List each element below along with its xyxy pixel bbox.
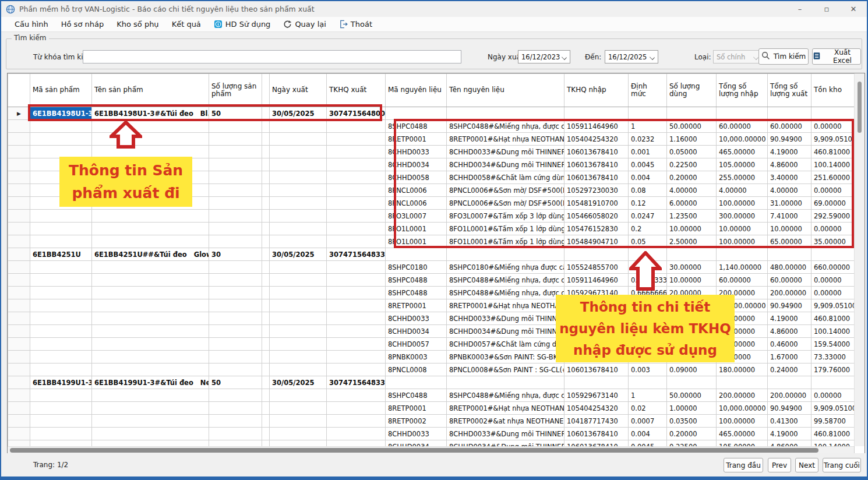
cell-row-indicator[interactable] (8, 415, 30, 428)
cell-ton-kho[interactable]: 0.00000 (811, 274, 855, 287)
cell-tong-so-luong-xuat[interactable]: 200.00000 (768, 287, 811, 299)
column-header-so-luong-dung[interactable]: Số lượng dùng (667, 74, 717, 107)
cell-tkhq-xuat[interactable] (327, 184, 386, 197)
cell-spacer[interactable] (262, 261, 270, 274)
cell-ma-nguyen-lieu[interactable]: 8RETP0001 (386, 402, 447, 415)
first-page-button[interactable]: Trang đầu (724, 458, 763, 472)
cell-ten-nguyen-lieu[interactable]: 8SHPC0488#&Miếng nhựa, được cắt t (447, 287, 564, 299)
cell-row-indicator[interactable] (8, 158, 30, 171)
menu-item-1[interactable]: Cấu hình (8, 18, 55, 30)
cell-ngay-xuat[interactable] (270, 184, 327, 197)
cell-tkhq-nhap[interactable] (564, 299, 629, 312)
close-button[interactable]: ✕ (840, 1, 867, 17)
cell-ma-nguyen-lieu[interactable] (386, 248, 447, 261)
cell-ten-san-pham[interactable]: 6E1BB4251U##&Túi đeo Glow ... (92, 248, 209, 261)
column-header-ton-kho[interactable]: Tồn kho (811, 74, 855, 107)
cell-ten-san-pham[interactable] (92, 312, 209, 325)
cell-so-luong-dung[interactable]: 50.00000 (667, 389, 717, 402)
cell-tong-so-luong-xuat[interactable]: 4.19000 (768, 428, 811, 440)
cell-ngay-xuat[interactable] (270, 133, 327, 146)
menu-item-3[interactable]: Kho sổ phụ (110, 18, 165, 30)
cell-ma-nguyen-lieu[interactable]: 8SHPC0488 (386, 120, 447, 133)
horizontal-scrollbar-thumb[interactable] (10, 448, 818, 453)
cell-tong-so-luong-nhap[interactable]: 60.00000 (717, 274, 768, 287)
cell-tkhq-xuat[interactable] (327, 210, 386, 223)
cell-ton-kho[interactable]: 0.00000 (811, 223, 855, 235)
cell-so-luong-dung[interactable] (667, 376, 717, 389)
cell-ngay-xuat[interactable] (270, 197, 327, 210)
cell-ten-nguyen-lieu[interactable]: 8RETP0001#&Hạt nhựa NEOTHANE ... (447, 133, 564, 146)
cell-ten-san-pham[interactable] (92, 389, 209, 402)
cell-ten-nguyen-lieu[interactable]: 8SHPC0488#&Miếng nhựa, được cắt t... (447, 274, 564, 287)
cell-spacer[interactable] (262, 287, 270, 299)
cell-ten-san-pham[interactable] (92, 171, 209, 184)
cell-tong-so-luong-nhap[interactable]: 180.00000 (717, 363, 768, 376)
column-header-tong-so-luong-xuat[interactable]: Tổng số lượng xuất (768, 74, 811, 107)
cell-ma-nguyen-lieu[interactable]: 8PNCL0006 (386, 184, 447, 197)
cell-ten-nguyen-lieu[interactable]: 8PNCL0008#&Sơn PAINT : SG-CL(#0... (447, 363, 564, 376)
cell-tong-so-luong-xuat[interactable]: 60.00000 (768, 274, 811, 287)
cell-dinh-muc[interactable]: 0.004 (629, 428, 667, 440)
cell-ten-san-pham[interactable] (92, 299, 209, 312)
cell-ten-san-pham[interactable] (92, 133, 209, 146)
cell-tong-so-luong-nhap[interactable]: 60.00000 (717, 120, 768, 133)
cell-ma-san-pham[interactable] (30, 184, 92, 197)
cell-ton-kho[interactable] (811, 107, 855, 120)
cell-ma-nguyen-lieu[interactable]: 8CHHD0034 (386, 325, 447, 338)
cell-tong-so-luong-xuat[interactable]: 31.00000 (768, 197, 811, 210)
cell-ma-san-pham[interactable] (30, 120, 92, 133)
cell-ton-kho[interactable]: 159.54000 (811, 338, 855, 351)
cell-tkhq-xuat[interactable] (327, 223, 386, 235)
column-header-spacer[interactable] (262, 74, 270, 107)
cell-ton-kho[interactable] (811, 376, 855, 389)
cell-ma-nguyen-lieu[interactable]: 8RETP0001 (386, 299, 447, 312)
cell-ten-san-pham[interactable] (92, 402, 209, 415)
vertical-scrollbar[interactable] (854, 73, 865, 446)
cell-tong-so-luong-xuat[interactable]: 4.19000 (768, 312, 811, 325)
cell-tong-so-luong-nhap[interactable]: 105.00000 (717, 158, 768, 171)
cell-tong-so-luong-nhap[interactable]: 465.00000 (717, 312, 768, 325)
cell-so-luong-dung[interactable]: 0.20000 (667, 171, 717, 184)
cell-spacer[interactable] (262, 158, 270, 171)
cell-ten-san-pham[interactable] (92, 274, 209, 287)
cell-ma-nguyen-lieu[interactable]: 8FO1L0001 (386, 223, 447, 235)
cell-ten-san-pham[interactable] (92, 223, 209, 235)
cell-tkhq-xuat[interactable] (327, 120, 386, 133)
cell-ten-san-pham[interactable] (92, 197, 209, 210)
cell-tong-so-luong-xuat[interactable]: 4.86000 (768, 325, 811, 338)
cell-tong-so-luong-nhap[interactable]: 160.00000 (717, 338, 768, 351)
cell-tong-so-luong-xuat[interactable] (768, 248, 811, 261)
cell-ton-kho[interactable]: 460.81000 (811, 146, 855, 158)
cell-ma-nguyen-lieu[interactable]: 8SHPC0488 (386, 287, 447, 299)
cell-ma-san-pham[interactable] (30, 338, 92, 351)
cell-so-luong-san-pham[interactable] (209, 325, 262, 338)
cell-ten-nguyen-lieu[interactable]: 8RETP0001#&Hạt nhựa NEOTHANE ... (447, 402, 564, 415)
cell-ma-san-pham[interactable] (30, 402, 92, 415)
cell-ma-nguyen-lieu[interactable]: 8SHPC0488 (386, 274, 447, 287)
cell-so-luong-san-pham[interactable] (209, 133, 262, 146)
cell-tkhq-nhap[interactable]: 105929673140 (564, 389, 629, 402)
cell-so-luong-dung[interactable]: 1.00000 (667, 402, 717, 415)
cell-spacer[interactable] (262, 415, 270, 428)
cell-so-luong-san-pham[interactable] (209, 363, 262, 376)
cell-so-luong-san-pham[interactable] (209, 146, 262, 158)
cell-spacer[interactable] (262, 402, 270, 415)
cell-dinh-muc[interactable]: 0.004 (629, 171, 667, 184)
cell-dinh-muc[interactable] (629, 299, 667, 312)
cell-so-luong-dung[interactable]: 30.00000 (667, 261, 717, 274)
cell-ten-nguyen-lieu[interactable]: 8CHHD0033#&Dung môi THINNER : (447, 312, 564, 325)
cell-row-indicator[interactable] (8, 363, 30, 376)
cell-ten-nguyen-lieu[interactable]: 8RETP0001#&Hạt nhựa NEOTHANE (447, 299, 564, 312)
cell-tong-so-luong-nhap[interactable]: 4.00000 (717, 184, 768, 197)
cell-so-luong-dung[interactable] (667, 325, 717, 338)
cell-ma-nguyen-lieu[interactable]: 8CHHD0034 (386, 158, 447, 171)
cell-ten-san-pham[interactable] (92, 158, 209, 171)
cell-ten-nguyen-lieu[interactable]: 8CHHD0033#&Dung môi THINNER : ... (447, 428, 564, 440)
date-from-select[interactable]: 16/12/2023 (518, 50, 570, 63)
cell-spacer[interactable] (262, 133, 270, 146)
menu-item-6[interactable]: Quay lại (277, 18, 332, 30)
maximize-button[interactable]: ▫ (813, 1, 840, 17)
cell-ngay-xuat[interactable] (270, 261, 327, 274)
cell-spacer[interactable] (262, 299, 270, 312)
cell-ma-san-pham[interactable] (30, 287, 92, 299)
